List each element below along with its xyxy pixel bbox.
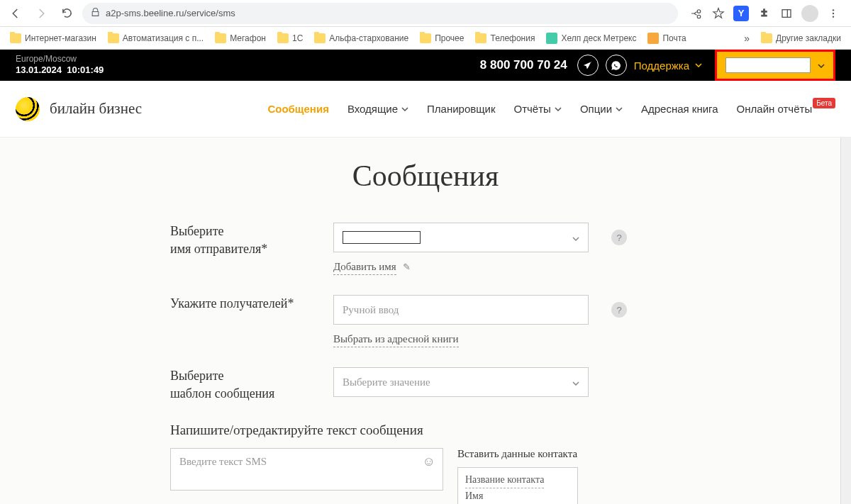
edit-icon[interactable]: ✎ (403, 262, 411, 272)
chevron-down-icon (401, 107, 408, 111)
nav-inbox[interactable]: Входящие (347, 103, 408, 115)
template-select[interactable]: Выберите значение (333, 367, 589, 397)
bookmark-item[interactable]: Альфа-стархование (310, 31, 413, 45)
brand-text: билайн бизнес (50, 100, 142, 118)
nav-scheduler[interactable]: Планировщик (427, 103, 495, 115)
choose-from-book-link[interactable]: Выбрать из адресной книги (333, 333, 459, 347)
chevron-down-icon (695, 63, 702, 67)
page-title: Сообщения (0, 159, 851, 193)
chevron-down-icon (616, 107, 623, 111)
bookmark-item[interactable]: Хелп деск Метрекс (542, 30, 640, 46)
chevron-down-icon (818, 60, 825, 70)
bookmarks-overflow[interactable]: » (740, 33, 754, 44)
recipients-input[interactable]: Ручной ввод (333, 295, 589, 325)
nav-messages[interactable]: Сообщения (267, 103, 328, 115)
folder-icon (215, 33, 226, 43)
folder-icon (475, 33, 486, 43)
sender-select[interactable] (333, 223, 589, 252)
svg-point-2 (833, 9, 834, 11)
chevron-down-icon (572, 232, 579, 244)
bookmark-item[interactable]: 1С (273, 31, 307, 45)
forward-button[interactable] (31, 4, 51, 23)
emoji-icon[interactable]: ☺ (423, 454, 435, 469)
folder-icon (10, 33, 21, 43)
support-link[interactable]: Поддержка (634, 60, 702, 72)
add-name-link[interactable]: Добавить имя (333, 261, 396, 275)
site-icon (647, 33, 659, 44)
beta-badge: Бета (813, 98, 835, 108)
bookmark-item[interactable]: Прочее (416, 31, 468, 45)
share-icon[interactable] (688, 6, 703, 21)
account-dropdown[interactable] (715, 50, 835, 81)
help-icon[interactable]: ? (611, 230, 627, 245)
folder-icon (420, 33, 431, 43)
bookmark-item[interactable]: Интернет-магазин (6, 31, 101, 45)
beeline-logo-icon (16, 97, 40, 121)
timezone-block: Europe/Moscow 13.01.2024 10:01:49 (16, 54, 104, 77)
write-message-label: Напишите/отредактируйте текст сообщения (170, 422, 723, 438)
insert-contact-list: Название контакта Имя (457, 467, 578, 504)
browser-toolbar: a2p-sms.beeline.ru/service/sms Y (0, 0, 851, 27)
other-bookmarks[interactable]: Другие закладки (757, 31, 845, 45)
account-name-redacted (725, 57, 811, 73)
sidepanel-icon[interactable] (779, 6, 794, 21)
chevron-down-icon (572, 376, 579, 388)
svg-point-3 (833, 12, 834, 13)
site-nav: билайн бизнес Сообщения Входящие Планиро… (0, 81, 851, 138)
nav-options[interactable]: Опции (580, 103, 623, 115)
recipients-label: Укажите получателей* (170, 295, 319, 313)
site-icon (546, 33, 557, 44)
bookmark-item[interactable]: Автоматизация с п... (104, 31, 208, 45)
bookmark-item[interactable]: Почта (643, 30, 690, 46)
folder-icon (108, 33, 119, 43)
folder-icon (761, 33, 772, 43)
extensions-icon[interactable] (756, 6, 772, 21)
sender-label: Выберите имя отправителя* (170, 223, 319, 258)
bookmarks-bar: Интернет-магазин Автоматизация с п... Ме… (0, 27, 851, 50)
nav-online-reports[interactable]: Онлайн отчётыБета (737, 103, 835, 115)
insert-contact-title: Вставить данные контакта (457, 448, 578, 460)
reload-button[interactable] (57, 4, 77, 23)
telegram-icon[interactable] (577, 55, 599, 76)
timezone-label: Europe/Moscow (16, 54, 104, 65)
chevron-down-icon (555, 107, 562, 111)
insert-option[interactable]: Название контакта (465, 472, 544, 488)
address-bar[interactable]: a2p-sms.beeline.ru/service/sms (82, 3, 678, 24)
folder-icon (314, 33, 326, 43)
sms-textarea[interactable]: Введите текст SMS ☺ (170, 448, 443, 491)
page-content: Сообщения Выберите имя отправителя* Доба… (0, 138, 851, 504)
insert-option[interactable]: Имя (465, 488, 483, 504)
template-label: Выберите шаблон сообщения (170, 367, 319, 403)
site-topbar: Europe/Moscow 13.01.2024 10:01:49 8 800 … (0, 50, 851, 81)
help-icon[interactable]: ? (611, 302, 627, 318)
nav-addressbook[interactable]: Адресная книга (641, 103, 718, 115)
star-icon[interactable] (711, 6, 726, 21)
brand-logo[interactable]: билайн бизнес (16, 97, 142, 121)
nav-reports[interactable]: Отчёты (514, 103, 562, 115)
svg-rect-0 (782, 9, 791, 17)
whatsapp-icon[interactable] (606, 55, 627, 76)
profile-avatar[interactable] (801, 5, 818, 22)
yandex-extension-icon[interactable]: Y (733, 6, 749, 21)
folder-icon (277, 33, 289, 43)
support-phone: 8 800 700 70 24 (480, 58, 567, 72)
bookmark-item[interactable]: Мегафон (211, 31, 270, 45)
menu-icon[interactable] (825, 6, 841, 21)
back-button[interactable] (6, 4, 26, 23)
bookmark-item[interactable]: Телефония (471, 31, 539, 45)
lock-icon (91, 8, 100, 19)
url-text: a2p-sms.beeline.ru/service/sms (106, 8, 235, 18)
sender-value-redacted (343, 231, 421, 244)
svg-point-4 (833, 16, 834, 17)
